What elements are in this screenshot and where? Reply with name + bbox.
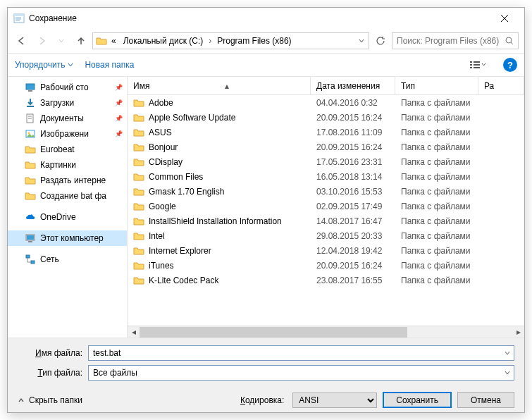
breadcrumb-seg-2[interactable]: Program Files (x86) — [214, 36, 294, 46]
save-button[interactable]: Сохранить — [383, 392, 452, 408]
sidebar-item-label: Раздать интерне — [40, 175, 106, 185]
sidebar-item-загрузки[interactable]: Загрузки📌 — [8, 95, 127, 111]
filetype-dropdown[interactable] — [501, 366, 513, 379]
breadcrumb[interactable]: « Локальный диск (C:) › Program Files (x… — [92, 32, 369, 49]
folder-icon — [96, 35, 107, 47]
chevron-up-icon — [18, 397, 25, 404]
folder-icon — [25, 190, 36, 202]
desktop-icon — [25, 82, 36, 93]
sidebar-item-thispc[interactable]: Этот компьютер — [8, 230, 127, 246]
filename-input[interactable] — [88, 345, 514, 361]
filetype-select[interactable] — [88, 365, 514, 381]
file-row[interactable]: Common Files16.05.2018 13:14Папка с файл… — [128, 169, 524, 184]
file-row[interactable]: iTunes20.09.2015 16:24Папка с файлами — [128, 258, 524, 273]
file-row[interactable]: Gmask 1.70 English03.10.2016 15:53Папка … — [128, 184, 524, 199]
cancel-button[interactable]: Отмена — [457, 392, 514, 408]
sidebar-item-изображени[interactable]: Изображени📌 — [8, 126, 127, 142]
breadcrumb-seg-1[interactable]: Локальный диск (C:) — [120, 36, 206, 46]
network-icon — [25, 254, 36, 265]
organize-menu[interactable]: Упорядочить — [15, 60, 73, 70]
encoding-label: Кодировка: — [240, 395, 287, 405]
file-date: 20.09.2015 16:24 — [311, 261, 395, 271]
file-date: 04.04.2016 0:32 — [311, 98, 395, 108]
file-type: Папка с файлами — [395, 261, 478, 271]
sidebar-item-label: Рабочий сто — [40, 82, 89, 92]
sidebar-item-label: Документы — [40, 113, 84, 123]
view-options-button[interactable] — [464, 57, 492, 73]
scroll-thumb[interactable] — [140, 327, 407, 338]
body-split: Рабочий сто📌Загрузки📌Документы📌Изображен… — [8, 77, 524, 338]
up-button[interactable] — [73, 32, 89, 49]
file-date: 03.10.2016 15:53 — [311, 187, 395, 197]
sidebar: Рабочий сто📌Загрузки📌Документы📌Изображен… — [8, 77, 128, 338]
scroll-right-button[interactable]: ▸ — [512, 327, 524, 338]
sidebar-item-картинки[interactable]: Картинки — [8, 157, 127, 173]
back-button[interactable] — [13, 32, 30, 49]
sidebar-item-создание-bat-фа[interactable]: Создание bat фа — [8, 188, 127, 204]
file-list[interactable]: Adobe04.04.2016 0:32Папка с файламиApple… — [128, 95, 524, 326]
file-row[interactable]: Internet Explorer12.04.2018 19:42Папка с… — [128, 243, 524, 258]
file-row[interactable]: InstallShield Installation Information14… — [128, 214, 524, 228]
hide-folders-toggle[interactable]: Скрыть папки — [18, 395, 82, 405]
sidebar-item-label: OneDrive — [40, 212, 76, 222]
col-date[interactable]: Дата изменения — [311, 77, 395, 94]
toolbar: Упорядочить Новая папка ? — [8, 53, 524, 77]
file-type: Папка с файлами — [395, 142, 478, 152]
file-row[interactable]: Intel29.08.2015 20:33Папка с файлами — [128, 228, 524, 243]
folder-icon — [133, 260, 144, 271]
encoding-select[interactable]: ANSI — [292, 393, 377, 408]
file-row[interactable]: K-Lite Codec Pack23.08.2017 16:55Папка с… — [128, 273, 524, 288]
onedrive-icon — [25, 211, 36, 223]
close-button[interactable] — [490, 8, 519, 28]
refresh-button[interactable] — [372, 32, 389, 49]
scroll-left-button[interactable]: ◂ — [128, 327, 140, 338]
col-size[interactable]: Ра — [478, 77, 524, 94]
app-icon — [13, 13, 25, 24]
file-row[interactable]: Apple Software Update20.09.2015 16:24Пап… — [128, 110, 524, 125]
svg-rect-26 — [26, 255, 30, 258]
sidebar-item-документы[interactable]: Документы📌 — [8, 111, 127, 126]
new-folder-button[interactable]: Новая папка — [85, 60, 134, 70]
bottom-panel: Имя файла: Тип файла: Скрыть папки Кодир… — [8, 338, 524, 412]
help-button[interactable]: ? — [503, 58, 517, 72]
file-type: Папка с файлами — [395, 98, 478, 108]
file-row[interactable]: CDisplay17.05.2016 23:31Папка с файлами — [128, 154, 524, 169]
svg-rect-27 — [31, 261, 35, 264]
file-name: ASUS — [149, 128, 172, 137]
file-row[interactable]: Google02.09.2015 17:49Папка с файлами — [128, 199, 524, 214]
search-box[interactable] — [392, 32, 519, 49]
recent-dropdown[interactable] — [53, 32, 70, 49]
sidebar-item-eurobeat[interactable]: Eurobeat — [8, 142, 127, 157]
file-date: 23.08.2017 16:55 — [311, 276, 395, 285]
file-name: Google — [149, 202, 176, 211]
file-name: Adobe — [149, 98, 173, 108]
col-type[interactable]: Тип — [395, 77, 478, 94]
horizontal-scrollbar[interactable]: ◂ ▸ — [128, 326, 524, 338]
svg-rect-17 — [27, 106, 34, 107]
sidebar-item-network[interactable]: Сеть — [8, 252, 127, 267]
file-name: Intel — [149, 231, 165, 241]
file-type: Папка с файлами — [395, 172, 478, 182]
folder-icon — [133, 201, 144, 212]
sidebar-item-раздать-интерне[interactable]: Раздать интерне — [8, 173, 127, 188]
file-row[interactable]: ASUS17.08.2016 11:09Папка с файлами — [128, 125, 524, 140]
sidebar-item-рабочий-сто[interactable]: Рабочий сто📌 — [8, 80, 127, 95]
file-row[interactable]: Adobe04.04.2016 0:32Папка с файлами — [128, 95, 524, 110]
folder-icon — [133, 245, 144, 257]
breadcrumb-dropdown[interactable] — [357, 38, 366, 44]
file-date: 20.09.2015 16:24 — [311, 142, 395, 152]
filename-dropdown[interactable] — [501, 347, 513, 359]
sidebar-item-onedrive[interactable]: OneDrive — [8, 209, 127, 225]
col-name[interactable]: Имя▴ — [128, 77, 311, 94]
breadcrumb-root[interactable]: « — [109, 36, 119, 46]
chevron-down-icon — [359, 38, 364, 44]
file-row[interactable]: Bonjour20.09.2015 16:24Папка с файлами — [128, 140, 524, 154]
window-title: Сохранение — [29, 13, 490, 23]
arrow-up-icon — [76, 36, 86, 46]
file-name: InstallShield Installation Information — [149, 216, 282, 226]
sidebar-item-label: Картинки — [40, 160, 76, 170]
refresh-icon — [376, 36, 385, 46]
arrow-right-icon — [37, 36, 47, 46]
forward-button[interactable] — [33, 32, 50, 49]
search-input[interactable] — [397, 36, 502, 46]
